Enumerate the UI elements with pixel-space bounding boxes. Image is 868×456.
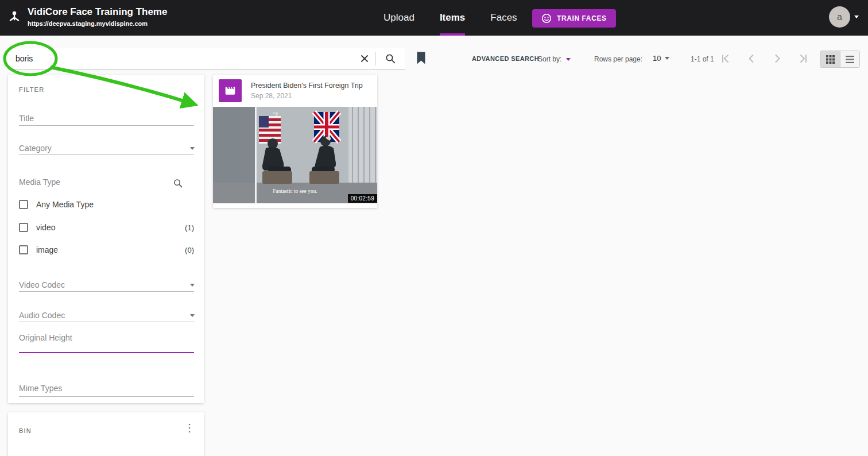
nav-item-upload[interactable]: Upload (383, 0, 414, 36)
underline (19, 154, 194, 155)
face-icon (541, 13, 552, 24)
filter-panel: FILTER Category Media Type Any Media Typ… (8, 75, 204, 403)
mime-types-input[interactable] (19, 384, 194, 393)
grid-view-button[interactable] (820, 51, 840, 67)
app-title: VidiCore Face Training Theme (28, 6, 167, 18)
avatar[interactable]: a (829, 6, 850, 28)
nav-item-items[interactable]: Items (440, 0, 465, 36)
bin-panel-title: BIN (19, 427, 32, 434)
underline (19, 322, 194, 322)
chevron-down-icon[interactable] (190, 314, 195, 317)
underline (19, 396, 194, 397)
checkbox-any-media-type[interactable]: Any Media Type (19, 198, 194, 211)
chevron-down-icon[interactable] (190, 147, 195, 150)
filter-panel-title: FILTER (19, 86, 44, 93)
train-faces-label: TRAIN FACES (557, 14, 607, 22)
underline (19, 125, 194, 126)
train-faces-button[interactable]: TRAIN FACES (532, 9, 616, 28)
pagination-range: 1-1 of 1 (691, 55, 714, 63)
brand: VidiCore Face Training Theme https://dee… (7, 6, 167, 27)
advanced-search-link[interactable]: ADVANCED SEARCH (472, 55, 539, 62)
chevron-down-icon[interactable] (190, 284, 195, 287)
grid-icon (826, 55, 835, 64)
result-card[interactable]: President Biden's First Foreign Trip Sep… (213, 75, 377, 208)
category-filter-select[interactable]: Category (19, 144, 52, 153)
first-page-button[interactable] (719, 52, 733, 65)
pagination-controls (719, 52, 810, 65)
nav-item-faces[interactable]: Faces (490, 0, 517, 36)
duration-badge: 00:02:59 (348, 194, 377, 203)
original-height-input[interactable] (19, 340, 194, 349)
clear-search-button[interactable] (354, 48, 375, 69)
bin-menu-kebab-icon[interactable]: ⋮ (184, 423, 195, 433)
rows-per-page-label: Rows per page: (594, 55, 642, 63)
checkbox-icon[interactable] (19, 200, 28, 209)
search-button[interactable] (376, 48, 405, 69)
sort-by-label: Sort by: (538, 55, 561, 63)
main-nav: Upload Items Faces (383, 0, 517, 36)
underline (19, 291, 194, 292)
media-type-search-icon[interactable] (173, 178, 183, 191)
checkbox-video[interactable]: video (1) (19, 221, 194, 234)
focused-underline (19, 352, 194, 353)
previous-page-button[interactable] (745, 52, 758, 65)
chevron-down-icon (665, 57, 669, 60)
video-caption: Fantastic to see you. (273, 188, 317, 194)
video-item-icon (219, 79, 242, 102)
search-bar (8, 48, 405, 69)
app-logo-icon[interactable] (7, 10, 22, 25)
rows-per-page-select[interactable]: 10 (653, 54, 669, 63)
checkbox-icon[interactable] (19, 245, 28, 254)
chevron-down-icon (566, 58, 571, 61)
bookmark-icon[interactable] (416, 51, 427, 65)
result-title: President Biden's First Foreign Trip (251, 82, 373, 90)
bin-panel: BIN ⋮ (8, 412, 204, 456)
title-filter-input[interactable] (19, 114, 194, 123)
video-codec-select[interactable]: Video Codec (19, 280, 65, 289)
media-type-label: Media Type (19, 177, 60, 187)
app-header: VidiCore Face Training Theme https://dee… (0, 0, 868, 36)
checkbox-image[interactable]: image (0) (19, 244, 194, 256)
app-url: https://deepva.staging.myvidispine.com (28, 20, 167, 27)
thumbnail-scene: 7 (213, 107, 377, 203)
chevron-down-icon (854, 16, 859, 18)
video-thumbnail[interactable]: 7 (213, 107, 377, 203)
search-input[interactable] (8, 48, 354, 69)
list-view-button[interactable] (840, 51, 859, 67)
list-icon (846, 55, 854, 64)
brand-text: VidiCore Face Training Theme https://dee… (28, 6, 167, 27)
checkbox-icon[interactable] (19, 223, 28, 232)
rows-per-page-value: 10 (653, 54, 661, 63)
next-page-button[interactable] (770, 52, 784, 65)
audio-codec-select[interactable]: Audio Codec (19, 311, 65, 320)
user-menu[interactable]: a (829, 6, 859, 28)
sort-by-control[interactable]: Sort by: (538, 55, 571, 63)
last-page-button[interactable] (796, 52, 810, 65)
result-date: Sep 28, 2021 (251, 92, 292, 100)
view-toggle (820, 51, 860, 68)
